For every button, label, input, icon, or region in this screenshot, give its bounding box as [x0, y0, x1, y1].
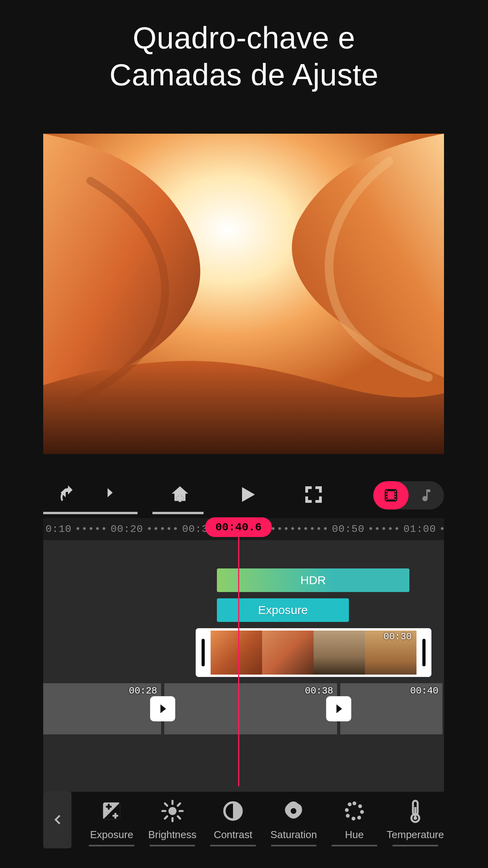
music-icon — [418, 487, 434, 503]
chevron-left-icon — [50, 813, 64, 827]
svg-rect-6 — [387, 491, 395, 500]
video-mode-option[interactable] — [373, 481, 409, 509]
contrast-icon — [222, 800, 244, 822]
svg-point-38 — [352, 817, 356, 820]
svg-point-40 — [345, 808, 349, 812]
promo-headline: Quadro-chave e Camadas de Ajuste — [0, 0, 488, 93]
transition-button[interactable] — [150, 696, 175, 721]
playhead-time: 00:40.6 — [215, 521, 262, 533]
ruler-mark: 00:50 — [330, 523, 367, 535]
transition-button[interactable] — [326, 696, 351, 721]
back-button[interactable] — [43, 791, 72, 848]
clip-duration: 00:40 — [410, 686, 438, 696]
playhead-time-bubble[interactable]: 00:40.6 — [205, 517, 272, 537]
adjust-label: Saturation — [270, 829, 317, 841]
clip-trim-handle-left[interactable] — [196, 628, 211, 677]
track-mode-toggle[interactable] — [373, 481, 444, 509]
adjustment-layer-hdr[interactable]: HDR — [217, 568, 409, 592]
svg-rect-12 — [386, 496, 387, 498]
svg-line-29 — [178, 816, 180, 818]
svg-rect-16 — [395, 496, 396, 498]
svg-line-31 — [178, 803, 180, 805]
adjust-item-temperature[interactable]: Temperature — [387, 799, 444, 841]
timeline[interactable]: HDR Exposure 00:30 00:28 — [43, 540, 444, 792]
exposure-icon — [100, 800, 123, 822]
adjust-label: Temperature — [387, 829, 444, 841]
play-button[interactable] — [237, 484, 259, 507]
adjust-item-exposure[interactable]: Exposure — [83, 799, 140, 841]
video-clip[interactable]: 00:38 — [164, 683, 337, 734]
svg-point-39 — [346, 814, 350, 818]
svg-point-23 — [168, 807, 176, 815]
fullscreen-button[interactable] — [303, 484, 325, 507]
svg-point-36 — [360, 810, 364, 814]
editor-toolbar — [43, 478, 444, 513]
video-track[interactable]: 00:28 00:38 00:40 — [43, 683, 444, 734]
adjustment-toolbar: Exposure Brightness Contrast Saturation … — [43, 790, 444, 849]
svg-rect-4 — [176, 497, 184, 500]
headline-line2: Camadas de Ajuste — [110, 57, 379, 92]
svg-line-30 — [165, 816, 167, 818]
svg-rect-10 — [386, 491, 387, 492]
svg-rect-14 — [395, 491, 396, 492]
ruler-mark: 01:00 — [401, 523, 438, 535]
adjust-label: Brightness — [148, 829, 196, 841]
video-clip[interactable]: 00:40 — [340, 683, 442, 734]
brightness-icon — [160, 799, 185, 823]
fullscreen-icon — [303, 484, 325, 506]
temperature-icon — [406, 799, 425, 823]
headline-line1: Quadro-chave e — [133, 20, 355, 55]
playhead-line[interactable] — [238, 535, 239, 786]
svg-point-44 — [413, 816, 417, 820]
adjust-label: Exposure — [90, 829, 133, 841]
svg-point-35 — [358, 804, 362, 808]
add-media-button[interactable] — [169, 484, 191, 507]
clip-duration: 00:38 — [305, 686, 333, 696]
toolbar-underline — [43, 512, 444, 515]
adjust-label: Hue — [345, 829, 364, 841]
hue-icon — [343, 800, 366, 822]
video-clip[interactable]: 00:28 — [43, 683, 161, 734]
svg-point-33 — [291, 808, 297, 814]
adjust-item-saturation[interactable]: Saturation — [265, 799, 322, 841]
video-preview[interactable] — [43, 134, 444, 454]
redo-button[interactable] — [94, 484, 116, 507]
undo-icon — [57, 484, 79, 506]
adjust-item-contrast[interactable]: Contrast — [205, 799, 261, 841]
adjust-item-hue[interactable]: Hue — [326, 799, 383, 841]
clip-duration: 00:30 — [383, 631, 412, 642]
layer-label: Exposure — [258, 603, 308, 617]
play-icon — [237, 484, 259, 506]
svg-point-37 — [357, 816, 361, 820]
clip-trim-handle-right[interactable] — [416, 628, 431, 677]
svg-rect-20 — [108, 804, 110, 809]
svg-rect-11 — [386, 493, 387, 495]
selected-video-clip[interactable]: 00:30 — [196, 628, 431, 677]
audio-mode-option[interactable] — [409, 481, 444, 509]
preview-frame-image — [43, 134, 444, 454]
add-home-icon — [169, 484, 191, 506]
svg-rect-13 — [386, 499, 387, 500]
svg-rect-17 — [395, 499, 396, 500]
saturation-icon — [282, 800, 305, 822]
undo-button[interactable] — [57, 484, 79, 507]
svg-rect-15 — [395, 493, 396, 495]
adjust-item-brightness[interactable]: Brightness — [144, 799, 200, 841]
svg-point-41 — [348, 802, 352, 806]
layer-label: HDR — [301, 574, 326, 587]
adjustment-layer-exposure[interactable]: Exposure — [217, 598, 349, 622]
svg-line-28 — [165, 803, 167, 805]
clip-duration: 00:28 — [129, 686, 157, 696]
film-icon — [383, 487, 399, 504]
chevron-right-icon — [156, 702, 169, 715]
ruler-mark: 00:20 — [108, 523, 145, 535]
chevron-right-icon — [332, 702, 345, 715]
svg-point-34 — [352, 801, 356, 805]
ruler-mark: 0:10 — [43, 523, 74, 535]
redo-icon — [94, 484, 116, 506]
adjust-label: Contrast — [214, 829, 252, 841]
svg-rect-22 — [114, 813, 116, 818]
